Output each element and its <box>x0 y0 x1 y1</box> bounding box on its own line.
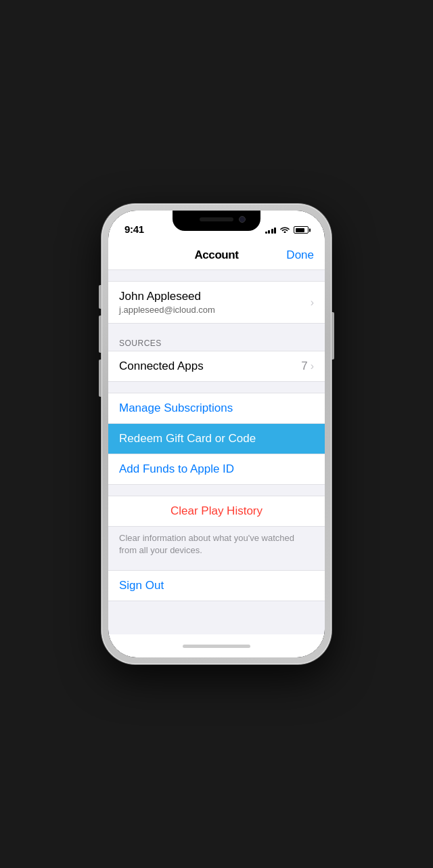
user-section: John Appleseed j.appleseed@icloud.com › <box>108 281 325 324</box>
home-bar <box>183 645 250 648</box>
manage-subscriptions-row[interactable]: Manage Subscriptions <box>108 393 325 423</box>
redeem-gift-card-row[interactable]: Redeem Gift Card or Code <box>108 423 325 454</box>
phone-frame: 9:41 <box>101 204 332 664</box>
nav-title: Account <box>194 248 238 262</box>
wifi-icon <box>279 225 290 235</box>
danger-section: Clear Play History <box>108 496 325 527</box>
nav-bar: Account Done <box>108 240 325 270</box>
spacer-1 <box>108 270 325 281</box>
home-indicator-area <box>108 634 325 657</box>
actions-section: Manage Subscriptions Redeem Gift Card or… <box>108 393 325 485</box>
connected-apps-label: Connected Apps <box>119 360 204 373</box>
connected-apps-right: 7 › <box>301 360 314 373</box>
front-camera <box>239 216 246 223</box>
spacer-5 <box>108 565 325 570</box>
battery-icon <box>294 226 309 234</box>
user-info: John Appleseed j.appleseed@icloud.com <box>119 290 215 315</box>
notch <box>173 211 260 231</box>
phone-screen: 9:41 <box>108 211 325 657</box>
spacer-2 <box>108 324 325 334</box>
done-button[interactable]: Done <box>286 248 314 262</box>
user-name: John Appleseed <box>119 290 215 303</box>
spacer-4 <box>108 485 325 496</box>
signout-section: Sign Out <box>108 570 325 601</box>
clear-history-description: Clear information about what you've watc… <box>108 527 325 565</box>
power-button[interactable] <box>332 312 334 360</box>
status-icons <box>265 225 309 235</box>
connected-apps-chevron-icon: › <box>311 360 314 372</box>
chevron-right-icon: › <box>311 297 314 309</box>
clear-history-button[interactable]: Clear Play History <box>108 496 325 526</box>
volume-up-button[interactable] <box>99 316 101 353</box>
status-time: 9:41 <box>124 223 144 235</box>
connected-apps-count: 7 <box>301 360 307 373</box>
sign-out-button[interactable]: Sign Out <box>108 571 325 601</box>
user-email: j.appleseed@icloud.com <box>119 305 215 315</box>
volume-down-button[interactable] <box>99 360 101 397</box>
spacer-7 <box>108 612 325 623</box>
speaker <box>200 217 233 221</box>
connected-apps-row[interactable]: Connected Apps 7 › <box>108 351 325 382</box>
signal-icon <box>265 226 277 234</box>
spacer-6 <box>108 601 325 612</box>
sources-header: SOURCES <box>108 334 325 351</box>
spacer-3 <box>108 382 325 393</box>
screen: 9:41 <box>108 211 325 657</box>
user-row[interactable]: John Appleseed j.appleseed@icloud.com › <box>108 282 325 323</box>
add-funds-row[interactable]: Add Funds to Apple ID <box>108 454 325 484</box>
content-area: John Appleseed j.appleseed@icloud.com › … <box>108 270 325 634</box>
